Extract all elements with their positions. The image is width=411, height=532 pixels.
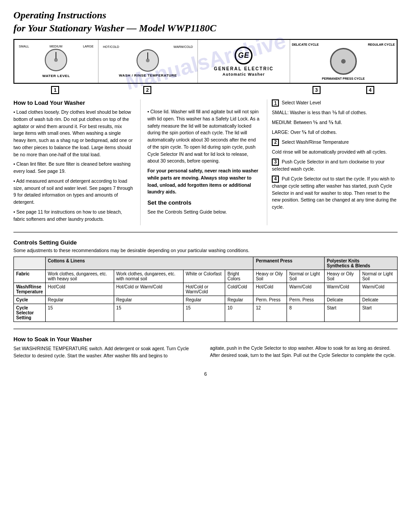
right-step1-large: LARGE: Over ⅔ full of clothes.	[272, 129, 398, 136]
step-1-badge: 1	[51, 86, 59, 94]
main-content: How to Load Your Washer • Load clothes l…	[13, 99, 398, 225]
td-selector-2: 15	[114, 304, 183, 322]
table-row-wash-rinse: Wash/Rinse Temperature Hot/Cold Hot/Cold…	[14, 283, 398, 296]
section-divider-2	[13, 329, 398, 329]
page-number: 6	[13, 371, 398, 377]
td-selector-6: 8	[287, 304, 325, 322]
left-column: How to Load Your Washer • Load clothes l…	[13, 99, 140, 225]
td-fabric-4: Bright Colors	[225, 270, 253, 283]
td-fabric-1: Work clothes, dungarees, etc. with heavy…	[45, 270, 114, 283]
td-cycle-1: Regular	[45, 296, 114, 304]
td-selector-label: Cycle Selector Setting	[14, 304, 46, 322]
set-controls-title: Set the controls	[147, 199, 260, 206]
right-step2: 2 Select Wash/Rinse Temperature	[272, 139, 398, 146]
th-polyester: Polyester KnitsSynthetics & Blends	[325, 257, 398, 270]
td-wash-6: Warm/Cold	[287, 283, 325, 296]
step-2-badge: 2	[143, 86, 151, 94]
load-para4: • See page 11 for instructions on how to…	[13, 209, 133, 223]
step-numbers-row: 1 2 3 4	[13, 86, 398, 94]
td-fabric-6: Normal or Light Soil	[287, 270, 325, 283]
td-selector-5: 12	[253, 304, 287, 322]
td-selector-7: Start	[325, 304, 360, 322]
step-4-badge: 4	[366, 86, 374, 94]
table-row-fabric: Fabric Work clothes, dungarees, etc. wit…	[14, 270, 398, 283]
controls-guide: Controls Setting Guide Some adjustments …	[13, 239, 398, 322]
right-column: 1 Select Water Level SMALL: Washer is le…	[267, 99, 398, 225]
td-fabric-2: Work clothes, dungarees, etc. with norma…	[114, 270, 183, 283]
td-cycle-8: Delicate	[360, 296, 397, 304]
wash-temp-knob[interactable]	[137, 49, 159, 72]
right-step1-small: SMALL: Washer is less than ⅓ full of clo…	[272, 109, 398, 116]
controls-guide-note: Some adjustments to these recommendation…	[13, 248, 398, 253]
ge-logo: GE GENERAL ELECTRIC Automatic Washer	[198, 47, 290, 77]
td-fabric-7: Heavy or Oily Soil	[325, 270, 360, 283]
step2-badge: 2	[272, 139, 279, 146]
set-controls-text: See the Controls Setting Guide below.	[147, 209, 260, 216]
td-selector-8: Start	[360, 304, 397, 322]
mid-para1: • Close lid. Washer will fill and agitat…	[147, 108, 260, 165]
td-fabric-5: Heavy or Oily Soil	[253, 270, 287, 283]
step4-badge: 4	[272, 176, 279, 183]
td-cycle-6: Perm. Press	[287, 296, 325, 304]
diagram-cycles: DELICATE CYCLE REGULAR CYCLE PERMANENT P…	[290, 40, 397, 83]
td-wash-1: Hot/Cold	[45, 283, 114, 296]
middle-column: • Close lid. Washer will fill and agitat…	[140, 99, 267, 225]
page-title: Operating Instructions for Your Stationa…	[13, 9, 398, 34]
right-step3: 3 Push Cycle Selector in and turn clockw…	[272, 159, 398, 173]
load-para3: • Add measured amount of detergent accor…	[13, 178, 133, 206]
td-cycle-label: Cycle	[14, 296, 46, 304]
th-empty	[14, 257, 46, 270]
how-to-load-title: How to Load Your Washer	[13, 99, 133, 106]
load-para2: • Clean lint filter. Be sure filter is c…	[13, 161, 133, 175]
td-selector-3: 15	[183, 304, 225, 322]
soak-text-2: agitate, push in the Cycle Selector to s…	[210, 345, 398, 359]
td-wash-7: Warm/Cold	[325, 283, 360, 296]
td-fabric-label: Fabric	[14, 270, 46, 283]
washer-diagram: SMALLMEDIUMLARGE WATER LEVEL HOT/COLDWAR…	[13, 39, 398, 84]
soak-title: How to Soak in Your Washer	[13, 336, 201, 343]
td-fabric-8: Normal or Light Soil	[360, 270, 397, 283]
water-level-knob[interactable]	[45, 49, 67, 71]
soak-col-right: agitate, push in the Cycle Selector to s…	[210, 336, 398, 362]
controls-guide-title: Controls Setting Guide	[13, 239, 398, 246]
td-wash-8: Warm/Cold	[360, 283, 397, 296]
td-cycle-2: Regular	[114, 296, 183, 304]
soak-section: How to Soak in Your Washer Set WASH/RINS…	[13, 336, 398, 362]
table-row-cycle: Cycle Regular Regular Regular Regular Pe…	[14, 296, 398, 304]
td-cycle-4: Regular	[225, 296, 253, 304]
td-wash-label: Wash/Rinse Temperature	[14, 283, 46, 296]
td-cycle-3: Regular	[183, 296, 225, 304]
th-permanent: Permanent Press	[253, 257, 325, 270]
td-wash-2: Hot/Cold or Warm/Cold	[114, 283, 183, 296]
td-selector-4: 10	[225, 304, 253, 322]
td-wash-3: Hot/Cold or Warm/Cold	[183, 283, 225, 296]
step-3-badge: 3	[313, 86, 321, 94]
right-step4: 4 Pull Cycle Selector out to start the c…	[272, 176, 398, 211]
load-para1: • Load clothes loosely. Dry clothes leve…	[13, 109, 133, 158]
td-wash-5: Hot/Cold	[253, 283, 287, 296]
step3-badge: 3	[272, 159, 279, 166]
td-cycle-7: Delicate	[325, 296, 360, 304]
diagram-water-level: SMALLMEDIUMLARGE WATER LEVEL	[14, 40, 98, 83]
right-step2-text: Cold rinse will be automatically provide…	[272, 149, 398, 156]
diagram-wash-temp: HOT/COLDWARM/COLD WASH / RINSE TEMPERATU…	[98, 40, 198, 83]
section-divider-1	[13, 232, 398, 232]
td-selector-1: 15	[45, 304, 114, 322]
td-cycle-5: Perm. Press	[253, 296, 287, 304]
th-cottons: Cottons & Linens	[45, 257, 253, 270]
soak-text-1: Set WASH/RINSE TEMPERATURE switch. Add d…	[13, 345, 201, 360]
td-wash-4: Cold/Cold	[225, 283, 253, 296]
step1-badge: 1	[272, 99, 279, 107]
td-fabric-3: White or Colorfast	[183, 270, 225, 283]
right-step1-medium: MEDIUM: Between ⅓ and ⅔ full.	[272, 119, 398, 126]
soak-col-left: How to Soak in Your Washer Set WASH/RINS…	[13, 336, 201, 362]
mid-para-bold: For your personal safety, never reach in…	[147, 167, 260, 196]
right-step1: 1 Select Water Level	[272, 99, 398, 107]
table-row-selector: Cycle Selector Setting 15 15 15 10 12 8 …	[14, 304, 398, 322]
settings-table: Cottons & Linens Permanent Press Polyest…	[13, 257, 398, 322]
